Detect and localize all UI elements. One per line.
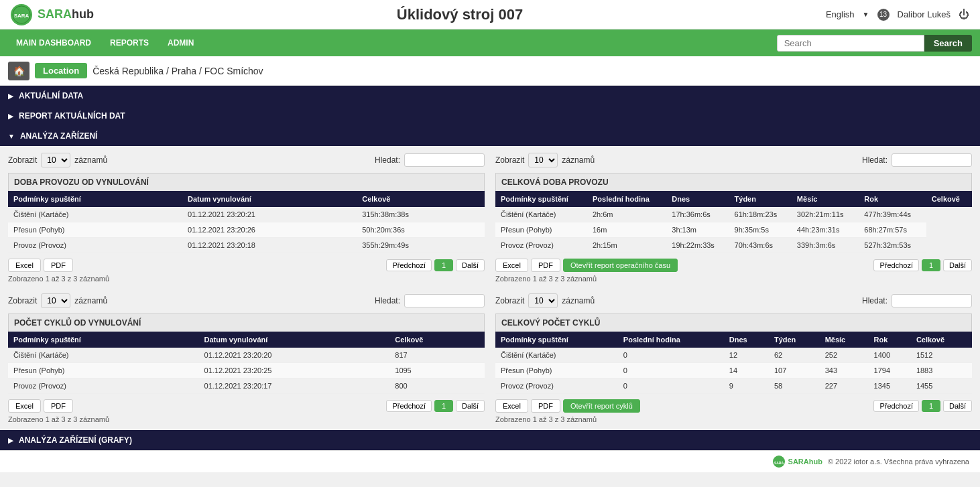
doba-excel-btn[interactable]: Excel <box>8 259 41 272</box>
table-row: Provoz (Provoz)01.12.2021 23:20:18355h:2… <box>8 238 485 253</box>
breadcrumb-bar: 🏠 Location Česká Republika / Praha / FOC… <box>0 56 980 86</box>
search-label-celkova: Hledat: <box>862 155 887 165</box>
section-analyza-grafy[interactable]: ▶ ANALÝZA ZAŘÍZENÍ (GRAFY) <box>0 430 980 450</box>
celkova-next-btn[interactable]: Další <box>943 259 972 271</box>
arrow-icon2: ▶ <box>8 113 13 120</box>
col-datum-pocet: Datum vynulování <box>199 332 390 348</box>
celkovy-next-btn[interactable]: Další <box>943 400 972 412</box>
celkovy-btn-group: Excel PDF Otevřít report cyklů <box>495 399 640 413</box>
table-cell: 14 <box>724 363 769 378</box>
celkova-excel-btn[interactable]: Excel <box>495 259 528 272</box>
table-cell: 339h:3m:6s <box>792 238 859 253</box>
celkovy-report-btn[interactable]: Otevřít report cyklů <box>563 399 640 413</box>
col-rok-celkovy: Rok <box>869 332 911 348</box>
table-cell: 01.12.2021 23:20:20 <box>199 348 390 363</box>
search-label-celkovy: Hledat: <box>862 296 887 305</box>
svg-text:SARA: SARA <box>774 461 784 465</box>
section-report-aktualnich-dat[interactable]: ▶ REPORT AKTUÁLNÍCH DAT <box>0 106 980 126</box>
user-name: Dalibor Lukeš <box>898 9 951 19</box>
table-cell: 62 <box>769 348 820 363</box>
table-row: Čištění (Kartáče)01.12.2021 23:20:20817 <box>8 348 485 363</box>
notification-badge[interactable]: 13 <box>877 9 890 21</box>
celkovy-excel-btn[interactable]: Excel <box>495 399 528 413</box>
page-title: Úklidový stroj 007 <box>397 6 523 23</box>
logo-text: SARAhub <box>38 7 94 21</box>
col-mesic-celkovy: Měsíc <box>820 332 869 348</box>
table-cell: 61h:18m:23s <box>729 207 792 222</box>
table-cell: 1455 <box>911 378 972 394</box>
table-cell: 1512 <box>911 348 972 363</box>
col-podmínky-pocet: Podmínky spuštění <box>8 332 199 348</box>
nav-main-dashboard[interactable]: MAIN DASHBOARD <box>8 33 99 53</box>
table-cell: Přesun (Pohyb) <box>8 363 199 378</box>
nav-admin[interactable]: ADMIN <box>160 33 202 53</box>
section-aktualni-data[interactable]: ▶ AKTUÁLNÍ DATA <box>0 86 980 106</box>
home-button[interactable]: 🏠 <box>8 62 29 80</box>
pocet-cyklu-block: Zobrazit 10 záznamů Hledat: POČET CYKLŮ … <box>8 293 485 423</box>
doba-pagination-controls: Předchozí 1 Další <box>386 259 485 271</box>
search-field-celkova[interactable] <box>892 153 972 167</box>
doba-provozu-block: Zobrazit 10 záznamů Hledat: DOBA PROVOZU… <box>8 153 485 283</box>
nav-reports[interactable]: REPORTS <box>102 33 157 53</box>
pocet-pdf-btn[interactable]: PDF <box>44 399 73 413</box>
table-cell: Přesun (Pohyb) <box>495 363 618 378</box>
search-input[interactable] <box>777 35 924 52</box>
table-cell: 1400 <box>869 348 911 363</box>
show-select-doba[interactable]: 10 <box>41 153 70 167</box>
celkova-prev-btn[interactable]: Předchozí <box>873 259 919 271</box>
records-label-celkova: záznamů <box>562 155 595 165</box>
pocet-next-btn[interactable]: Další <box>456 400 485 412</box>
section-analyza-zarizeni[interactable]: ▼ ANALÝZA ZAŘÍZENÍ <box>0 126 980 146</box>
language-selector[interactable]: English <box>826 9 855 19</box>
top-header: SARA SARAhub Úklidový stroj 007 English … <box>0 0 980 29</box>
table-cell: 477h:39m:44s <box>859 207 926 222</box>
power-icon[interactable]: ⏻ <box>959 9 969 21</box>
doba-prev-btn[interactable]: Předchozí <box>386 259 432 271</box>
table-cell: Provoz (Provoz) <box>495 378 618 394</box>
col-celkove-doba: Celkově <box>357 191 485 207</box>
pocet-pagination: Excel PDF Předchozí 1 Další <box>8 399 485 413</box>
search-field-doba[interactable] <box>404 153 485 167</box>
table-cell: 0 <box>618 363 724 378</box>
celkovy-pocet-block: Zobrazit 10 záznamů Hledat: CELKOVÝ POČE… <box>495 293 972 423</box>
arrow-icon4: ▶ <box>8 437 13 444</box>
table-cell: Provoz (Provoz) <box>8 378 199 394</box>
search-field-celkovy[interactable] <box>892 294 972 307</box>
table-cell: 800 <box>389 378 485 394</box>
celkovy-controls-right: Hledat: <box>862 294 972 307</box>
search-field-pocet[interactable] <box>404 294 485 307</box>
celkova-pdf-btn[interactable]: PDF <box>531 259 560 272</box>
table-cell: 01.12.2021 23:20:25 <box>199 363 390 378</box>
show-select-celkovy[interactable]: 10 <box>528 293 558 308</box>
nav-links: MAIN DASHBOARD REPORTS ADMIN <box>8 33 202 53</box>
doba-provozu-controls: Zobrazit 10 záznamů Hledat: <box>8 153 485 167</box>
doba-controls-right: Hledat: <box>375 153 485 167</box>
search-button[interactable]: Search <box>924 35 972 52</box>
pocet-records-info: Zobrazeno 1 až 3 z 3 záznamů <box>8 415 485 423</box>
celkova-controls: Zobrazit 10 záznamů Hledat: <box>495 153 972 167</box>
celkovy-pocet-table: Podmínky spuštění Poslední hodina Dnes T… <box>495 332 972 394</box>
show-select-pocet[interactable]: 10 <box>41 293 70 308</box>
pocet-excel-btn[interactable]: Excel <box>8 399 41 413</box>
celkovy-controls: Zobrazit 10 záznamů Hledat: <box>495 293 972 308</box>
pocet-prev-btn[interactable]: Předchozí <box>386 400 432 412</box>
celkovy-pdf-btn[interactable]: PDF <box>531 399 560 413</box>
doba-pdf-btn[interactable]: PDF <box>44 259 73 272</box>
search-container: Search <box>777 35 972 52</box>
table-cell: 16m <box>587 222 666 238</box>
section-analyza-label: ANALÝZA ZAŘÍZENÍ <box>20 131 98 141</box>
location-button[interactable]: Location <box>35 63 87 78</box>
pocet-btn-group: Excel PDF <box>8 399 73 413</box>
table-cell: 0 <box>618 348 724 363</box>
col-celkove-celkovy: Celkově <box>911 332 972 348</box>
col-celkove-pocet: Celkově <box>389 332 485 348</box>
doba-next-btn[interactable]: Další <box>456 259 485 271</box>
two-col-bottom: Zobrazit 10 záznamů Hledat: POČET CYKLŮ … <box>8 293 972 423</box>
table-row: Čištění (Kartáče)0126225214001512 <box>495 348 972 363</box>
table-cell: 58 <box>769 378 820 394</box>
celkovy-prev-btn[interactable]: Předchozí <box>873 400 919 412</box>
celkova-report-btn[interactable]: Otevřít report operačního času <box>563 259 678 272</box>
table-cell: 50h:20m:36s <box>357 222 485 238</box>
section-report-label: REPORT AKTUÁLNÍCH DAT <box>19 111 125 121</box>
show-select-celkova[interactable]: 10 <box>528 153 558 167</box>
